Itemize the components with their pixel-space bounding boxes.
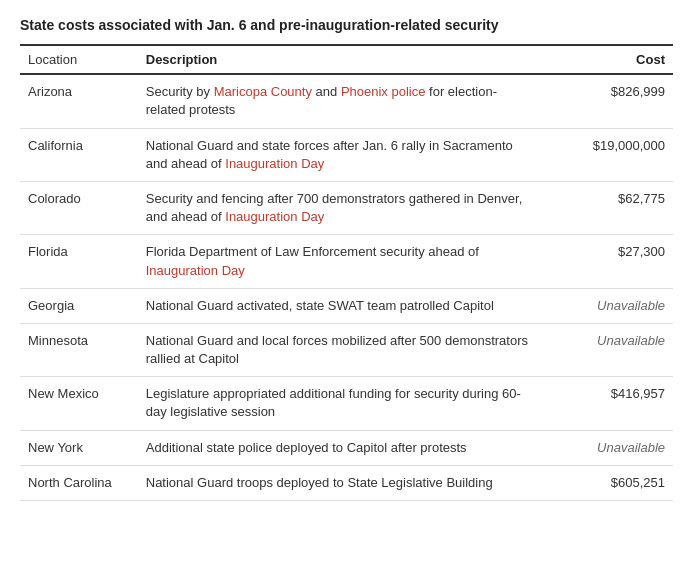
table-row: ArizonaSecurity by Maricopa County and P… (20, 74, 673, 128)
description-cell: National Guard troops deployed to State … (138, 465, 545, 500)
location-cell: Minnesota (20, 323, 138, 376)
description-cell: Additional state police deployed to Capi… (138, 430, 545, 465)
table-header-row: Location Description Cost (20, 45, 673, 74)
header-cost: Cost (545, 45, 673, 74)
table-row: North CarolinaNational Guard troops depl… (20, 465, 673, 500)
header-location: Location (20, 45, 138, 74)
cost-cell: Unavailable (545, 323, 673, 376)
table-title: State costs associated with Jan. 6 and p… (20, 16, 673, 34)
description-cell: National Guard activated, state SWAT tea… (138, 288, 545, 323)
description-link[interactable]: Inauguration Day (225, 209, 324, 224)
location-cell: New Mexico (20, 377, 138, 430)
cost-cell: $605,251 (545, 465, 673, 500)
table-row: FloridaFlorida Department of Law Enforce… (20, 235, 673, 288)
header-description: Description (138, 45, 545, 74)
description-cell: National Guard and state forces after Ja… (138, 128, 545, 181)
location-cell: Colorado (20, 181, 138, 234)
location-cell: North Carolina (20, 465, 138, 500)
cost-cell: Unavailable (545, 430, 673, 465)
description-cell: Security by Maricopa County and Phoenix … (138, 74, 545, 128)
description-cell: National Guard and local forces mobilize… (138, 323, 545, 376)
description-text: National Guard troops deployed to State … (146, 475, 493, 490)
location-cell: Arizona (20, 74, 138, 128)
cost-cell: $416,957 (545, 377, 673, 430)
table-row: CaliforniaNational Guard and state force… (20, 128, 673, 181)
description-text: Security and fencing after 700 demonstra… (146, 191, 523, 224)
table-row: New YorkAdditional state police deployed… (20, 430, 673, 465)
table-row: GeorgiaNational Guard activated, state S… (20, 288, 673, 323)
location-cell: Georgia (20, 288, 138, 323)
table-row: MinnesotaNational Guard and local forces… (20, 323, 673, 376)
description-cell: Florida Department of Law Enforcement se… (138, 235, 545, 288)
cost-cell: Unavailable (545, 288, 673, 323)
description-link[interactable]: Inauguration Day (146, 263, 245, 278)
description-text: National Guard and state forces after Ja… (146, 138, 513, 171)
cost-cell: $19,000,000 (545, 128, 673, 181)
location-cell: New York (20, 430, 138, 465)
description-link[interactable]: Maricopa County (214, 84, 312, 99)
description-text: Security by (146, 84, 214, 99)
description-text: Florida Department of Law Enforcement se… (146, 244, 479, 259)
cost-cell: $27,300 (545, 235, 673, 288)
data-table: Location Description Cost ArizonaSecurit… (20, 44, 673, 501)
description-text: and (312, 84, 341, 99)
description-link[interactable]: Inauguration Day (225, 156, 324, 171)
table-row: New MexicoLegislature appropriated addit… (20, 377, 673, 430)
table-row: ColoradoSecurity and fencing after 700 d… (20, 181, 673, 234)
table-body: ArizonaSecurity by Maricopa County and P… (20, 74, 673, 500)
description-text: National Guard and local forces mobilize… (146, 333, 528, 366)
description-cell: Security and fencing after 700 demonstra… (138, 181, 545, 234)
description-link[interactable]: Phoenix police (341, 84, 426, 99)
description-cell: Legislature appropriated additional fund… (138, 377, 545, 430)
description-text: Legislature appropriated additional fund… (146, 386, 521, 419)
cost-cell: $826,999 (545, 74, 673, 128)
description-text: National Guard activated, state SWAT tea… (146, 298, 494, 313)
cost-cell: $62,775 (545, 181, 673, 234)
main-container: State costs associated with Jan. 6 and p… (0, 0, 693, 517)
location-cell: Florida (20, 235, 138, 288)
location-cell: California (20, 128, 138, 181)
description-text: Additional state police deployed to Capi… (146, 440, 467, 455)
